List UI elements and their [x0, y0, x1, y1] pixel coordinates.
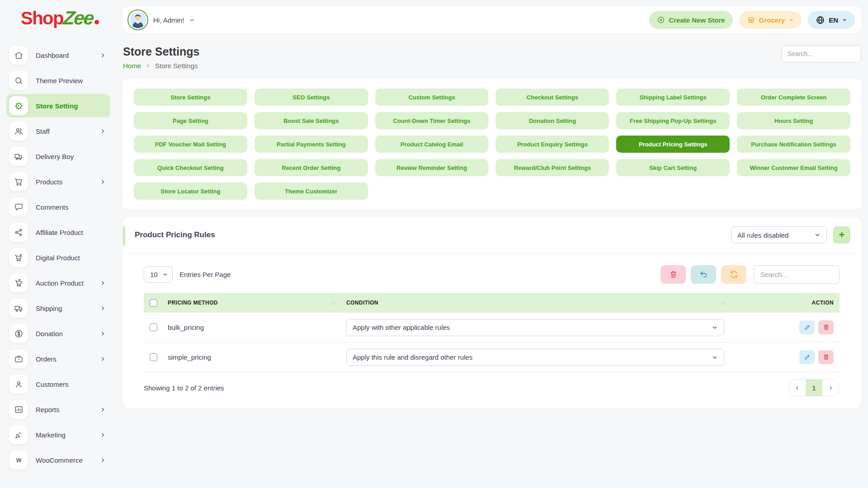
table-search-input[interactable] [754, 265, 840, 284]
settings-nav-free-shipping-pop-up-settings[interactable]: Free Shipping Pop-Up Settings [616, 112, 730, 129]
sidebar-item-comments[interactable]: Comments [6, 195, 110, 219]
undo-button[interactable] [691, 265, 716, 284]
settings-nav-skip-cart-setting[interactable]: Skip Cart Setting [616, 159, 730, 176]
settings-nav-shipping-label-settings[interactable]: Shipping Label Settings [616, 89, 730, 106]
settings-nav-hours-setting[interactable]: Hours Setting [737, 112, 850, 129]
sort-icon[interactable]: ↑↓ [721, 300, 724, 305]
settings-nav-count-down-timer-settings[interactable]: Count-Down Timer Settings [375, 112, 489, 129]
sidebar-item-staff[interactable]: Staff [6, 119, 110, 143]
settings-nav-donation-setting[interactable]: Donation Setting [495, 112, 609, 129]
pagination-page-1[interactable]: 1 [806, 380, 822, 396]
reports-icon [9, 400, 28, 419]
svg-text:W: W [16, 457, 21, 463]
refresh-icon [730, 270, 738, 279]
store-selector-button[interactable]: Grocery [739, 11, 802, 29]
settings-nav-purchase-notification-settings[interactable]: Purchase Notification Settings [737, 136, 850, 153]
delete-rule-button[interactable] [818, 350, 834, 364]
sidebar-item-theme-preview[interactable]: Theme Preview [6, 69, 110, 92]
settings-nav-product-catelog-email[interactable]: Product Catelog Email [375, 136, 489, 153]
user-menu[interactable]: Hi, Admin! [127, 9, 195, 30]
sidebar-item-store-setting[interactable]: Store Setting [6, 94, 110, 117]
settings-nav-store-settings[interactable]: Store Settings [134, 89, 247, 106]
sidebar-item-dashboard[interactable]: Dashboard [6, 43, 110, 67]
sidebar-item-orders[interactable]: Orders [6, 347, 110, 371]
settings-nav-custom-settings[interactable]: Custom Settings [375, 89, 489, 106]
settings-nav-boost-sale-settings[interactable]: Boost Sale Settings [255, 112, 368, 129]
page-search-input[interactable] [782, 45, 861, 62]
pagination: 1 [788, 379, 840, 396]
edit-rule-button[interactable] [799, 350, 815, 364]
rules-status-select[interactable]: All rules disabled [731, 226, 827, 244]
settings-nav-pdf-voucher-mail-setting[interactable]: PDF Voucher Mail Setting [134, 136, 247, 153]
chevron-right-icon [100, 432, 106, 438]
create-new-store-button[interactable]: Create New Store [649, 11, 732, 29]
shopzee-logo[interactable]: ShopZee [0, 0, 117, 29]
create-new-store-label: Create New Store [669, 16, 725, 24]
row-checkbox[interactable] [150, 324, 157, 331]
trash-icon [823, 354, 830, 361]
settings-nav-theme-customizer[interactable]: Theme Customizer [255, 183, 368, 200]
settings-nav-grid: Store SettingsSEO SettingsCustom Setting… [134, 89, 850, 200]
settings-nav-checkout-settings[interactable]: Checkout Settings [495, 89, 609, 106]
showing-entries-text: Showing 1 to 2 of 2 entries [144, 384, 224, 392]
table-header: PRICING METHOD ↑↓ CONDITION ↑↓ ACTION [144, 293, 840, 313]
delete-rule-button[interactable] [818, 320, 834, 334]
breadcrumb-home-link[interactable]: Home [123, 62, 141, 70]
language-selector-button[interactable]: EN [808, 11, 855, 29]
settings-nav-product-enquiry-settings[interactable]: Product Enquiry Settings [495, 136, 609, 153]
edit-rule-button[interactable] [799, 320, 815, 334]
settings-nav-partial-payments-setting[interactable]: Partial Payments Setting [255, 136, 368, 153]
sidebar-item-affiliate-product[interactable]: Affiliate Product [6, 221, 110, 244]
staff-icon [9, 122, 28, 141]
pencil-icon [804, 324, 811, 331]
select-all-checkbox[interactable] [150, 299, 157, 307]
sidebar-item-reports[interactable]: Reports [6, 398, 110, 421]
sidebar-item-donation[interactable]: Donation [6, 322, 110, 345]
sidebar-item-marketing[interactable]: Marketing [6, 423, 110, 446]
settings-nav-seo-settings[interactable]: SEO Settings [255, 89, 368, 106]
settings-nav-product-pricing-settings[interactable]: Product Pricing Settings [616, 136, 730, 153]
condition-select[interactable]: Apply with other applicable rules [346, 319, 724, 336]
chevron-right-icon [100, 305, 106, 311]
column-header-action: ACTION [792, 300, 834, 306]
settings-nav-store-locator-setting[interactable]: Store Locator Setting [134, 183, 247, 200]
breadcrumb-current: Store Settings [155, 62, 198, 70]
sidebar-item-auction-product[interactable]: Auction Product [6, 271, 110, 295]
chevron-down-icon [788, 17, 794, 23]
settings-nav-recent-order-setting[interactable]: Recent Order Setting [255, 159, 368, 176]
column-header-pricing-method: PRICING METHOD [168, 300, 218, 306]
comments-icon [9, 197, 28, 216]
chevron-left-icon [794, 385, 800, 391]
settings-nav-page-setting[interactable]: Page Setting [134, 112, 247, 129]
sidebar-item-delivery-boy[interactable]: Delivery Boy [6, 145, 110, 168]
sidebar-item-shipping[interactable]: Shipping [6, 296, 110, 320]
add-rule-button[interactable]: + [833, 226, 850, 244]
sidebar-item-digital-product[interactable]: Digital Product [6, 246, 110, 269]
row-checkbox[interactable] [150, 353, 157, 361]
settings-nav-winner-customer-email-setting[interactable]: Winner Customer Email Setting [737, 159, 850, 176]
sidebar-item-customers[interactable]: Customers [6, 372, 110, 396]
settings-nav-order-complete-screen[interactable]: Order Complete Screen [737, 89, 850, 106]
entries-per-page-select[interactable]: 10 [144, 266, 173, 283]
storefront-icon [747, 16, 755, 24]
sidebar-item-products[interactable]: Products [6, 170, 110, 193]
woocommerce-icon: W [9, 450, 28, 469]
settings-nav-quick-checkout-setting[interactable]: Quick Checkout Setting [134, 159, 247, 176]
sidebar-item-woocommerce[interactable]: W WooCommerce [6, 448, 110, 472]
chevron-down-icon [712, 324, 718, 331]
dashboard-icon [9, 46, 28, 65]
refresh-button[interactable] [721, 265, 746, 284]
table-row: bulk_pricing Apply with other applicable… [144, 313, 840, 343]
condition-select[interactable]: Apply this rule and disregard other rule… [346, 349, 724, 366]
pagination-prev-button[interactable] [789, 380, 806, 396]
pagination-next-button[interactable] [822, 380, 839, 396]
chevron-right-icon [100, 179, 106, 185]
bulk-delete-button[interactable] [660, 265, 686, 284]
settings-nav-review-reminder-setting[interactable]: Review Reminder Setting [375, 159, 489, 176]
chevron-right-icon [100, 407, 106, 413]
entries-per-page-label: Entries Per Page [179, 271, 231, 278]
settings-nav-reward-club-point-settings[interactable]: Reward/Club Point Settings [495, 159, 609, 176]
chevron-down-icon [814, 232, 821, 238]
products-icon [9, 172, 28, 191]
sort-icon[interactable]: ↑↓ [331, 300, 335, 305]
